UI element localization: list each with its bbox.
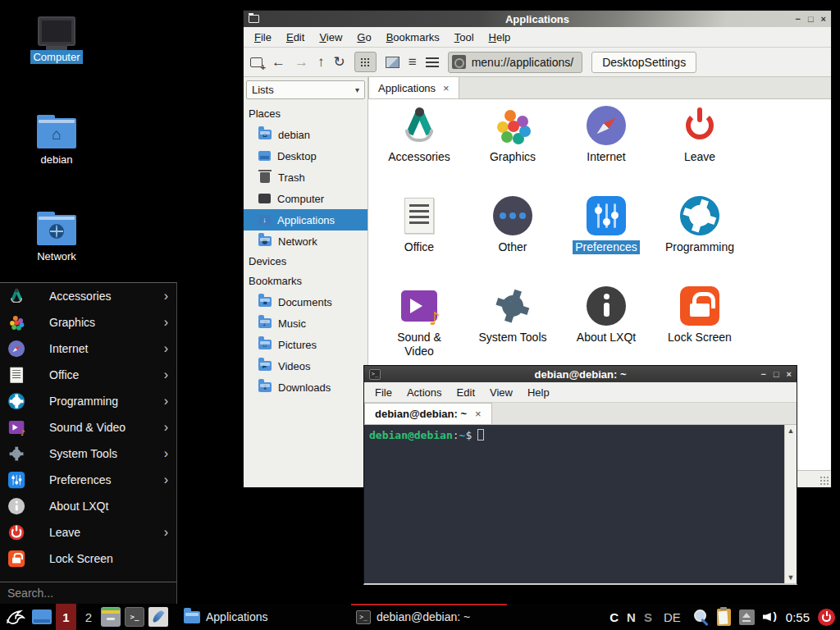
home-folder-icon: ⌂ <box>37 118 76 148</box>
close-button[interactable]: × <box>821 14 826 24</box>
sidebar-item-debian[interactable]: ⌂ debian <box>244 124 368 145</box>
tab-close-icon[interactable]: × <box>443 82 450 94</box>
desktop-icon-network[interactable]: Network <box>11 210 102 263</box>
keyboard-layout-indicator[interactable]: DE <box>664 610 681 624</box>
menu-file[interactable]: File <box>368 382 399 403</box>
pictures-folder-icon: ▫ <box>258 340 272 349</box>
menu-item-system-tools[interactable]: System Tools› <box>0 441 176 467</box>
folder-icon <box>184 611 200 623</box>
resize-grip[interactable] <box>819 476 829 485</box>
menu-bookmarks[interactable]: Bookmarks <box>379 27 447 48</box>
task-button-applications[interactable]: Applications <box>179 604 347 630</box>
grid-item-system-tools[interactable]: System Tools <box>466 286 559 377</box>
sidebar-item-computer[interactable]: Computer <box>244 188 368 209</box>
sidebar-item-desktop[interactable]: Desktop <box>244 145 368 167</box>
grid-item-internet[interactable]: Internet <box>559 106 653 196</box>
reload-button[interactable]: ↻ <box>334 55 345 69</box>
menu-help[interactable]: Help <box>520 382 557 403</box>
eject-tray-icon[interactable] <box>739 609 755 625</box>
terminal-scrollbar[interactable]: ▲ ▼ <box>784 425 797 583</box>
menu-item-accessories[interactable]: Accessories› <box>0 283 176 309</box>
back-button[interactable]: ← <box>272 55 285 69</box>
menu-view[interactable]: View <box>312 27 349 48</box>
menu-item-internet[interactable]: Internet› <box>0 336 176 362</box>
desktopsettings-crumb-button[interactable]: DesktopSettings <box>591 52 696 73</box>
new-tab-button[interactable] <box>250 57 262 67</box>
menu-item-preferences[interactable]: Preferences› <box>0 467 176 493</box>
menu-item-lock-screen[interactable]: Lock Screen <box>0 546 176 572</box>
show-desktop-button[interactable] <box>32 609 52 624</box>
tab-applications[interactable]: Applications × <box>368 76 459 98</box>
forward-button[interactable]: → <box>294 55 308 69</box>
sidebar-item-pictures[interactable]: ▫ Pictures <box>244 334 368 355</box>
sidebar-item-network[interactable]: ● Network <box>244 231 368 252</box>
sidebar-item-downloads[interactable]: ↓ Downloads <box>244 377 368 398</box>
grid-item-accessories[interactable]: Accessories <box>372 106 466 196</box>
sidebar-item-documents[interactable]: ▪ Documents <box>244 291 368 313</box>
menu-help[interactable]: Help <box>482 27 518 48</box>
grid-item-preferences[interactable]: Preferences <box>559 196 653 286</box>
computer-icon <box>38 16 75 46</box>
fm-titlebar[interactable]: Applications − □ × <box>244 11 831 27</box>
path-bar[interactable]: menu://applications/ <box>448 52 583 73</box>
clock[interactable]: 0:55 <box>786 610 810 624</box>
grid-item-other[interactable]: Other <box>466 196 559 286</box>
menu-item-office[interactable]: Office› <box>0 362 176 388</box>
desktop-icon-computer[interactable]: Computer <box>11 16 102 64</box>
menu-search-input[interactable]: Search... <box>0 582 176 604</box>
grid-item-sound-video[interactable]: ♪ Sound & Video <box>372 286 466 377</box>
menu-item-sound-video[interactable]: ♪ Sound & Video› <box>0 414 176 441</box>
tab-close-icon[interactable]: × <box>475 408 482 420</box>
sidebar-mode-combobox[interactable]: Lists ▾ <box>246 80 365 99</box>
menu-tool[interactable]: Tool <box>447 27 482 48</box>
menu-file[interactable]: File <box>247 27 279 48</box>
sidebar-item-trash[interactable]: Trash <box>244 167 368 188</box>
menu-edit[interactable]: Edit <box>279 27 312 48</box>
task-button-terminal[interactable]: >_ debian@debian: ~ <box>351 604 507 630</box>
workspace-2-button[interactable]: 2 <box>80 610 97 624</box>
screenshot-tray-icon[interactable] <box>692 609 709 625</box>
maximize-button[interactable]: □ <box>808 14 814 24</box>
desktop-icon-debian[interactable]: ⌂ debian <box>11 113 102 167</box>
up-button[interactable]: ↑ <box>317 55 325 69</box>
grid-item-about-lxqt[interactable]: About LXQt <box>559 286 653 377</box>
grid-item-graphics[interactable]: Graphics <box>466 106 559 196</box>
sidebar-item-applications[interactable]: Applications <box>244 209 368 231</box>
internet-icon <box>8 340 25 357</box>
grid-item-leave[interactable]: Leave <box>653 106 746 196</box>
menu-item-programming[interactable]: Programming› <box>0 388 176 414</box>
icon-view-button[interactable] <box>354 52 377 72</box>
compact-view-button[interactable]: ≡ <box>409 55 417 69</box>
main-menu-button[interactable] <box>3 605 28 628</box>
minimize-button[interactable]: − <box>760 369 765 379</box>
grid-item-lock-screen[interactable]: Lock Screen <box>653 286 746 377</box>
menu-item-leave[interactable]: Leave› <box>0 519 176 546</box>
detailed-view-button[interactable] <box>426 57 439 67</box>
sidebar-item-music[interactable]: ♪ Music <box>244 313 368 334</box>
terminal-titlebar[interactable]: >_ debian@debian: ~ − □ × <box>364 366 797 382</box>
menu-view[interactable]: View <box>482 382 520 403</box>
menu-edit[interactable]: Edit <box>450 382 482 403</box>
volume-icon[interactable] <box>763 610 778 623</box>
menu-actions[interactable]: Actions <box>399 382 450 403</box>
file-manager-launcher[interactable] <box>101 607 121 627</box>
power-button[interactable] <box>818 609 835 626</box>
clipboard-tray-icon[interactable] <box>717 609 731 626</box>
menu-item-graphics[interactable]: Graphics› <box>0 309 176 336</box>
workspace-1-button[interactable]: 1 <box>56 604 76 630</box>
minimize-button[interactable]: − <box>795 14 800 24</box>
grid-item-office[interactable]: Office <box>372 196 466 286</box>
terminal-screen[interactable]: debian@debian:~$ <box>364 425 784 583</box>
scroll-up-icon[interactable]: ▲ <box>788 427 795 435</box>
menu-item-about-lxqt[interactable]: About LXQt <box>0 493 176 519</box>
grid-item-programming[interactable]: Programming <box>653 196 746 286</box>
terminal-launcher[interactable]: >_ <box>125 607 144 627</box>
menu-go[interactable]: Go <box>349 27 378 48</box>
maximize-button[interactable]: □ <box>774 369 779 379</box>
sidebar-item-videos[interactable]: ► Videos <box>244 355 368 377</box>
featherpad-launcher[interactable] <box>148 607 168 627</box>
terminal-tab[interactable]: debian@debian: ~ × <box>364 403 492 424</box>
scroll-down-icon[interactable]: ▼ <box>788 573 795 582</box>
close-button[interactable]: × <box>787 369 792 379</box>
thumbnail-view-button[interactable] <box>386 57 399 68</box>
